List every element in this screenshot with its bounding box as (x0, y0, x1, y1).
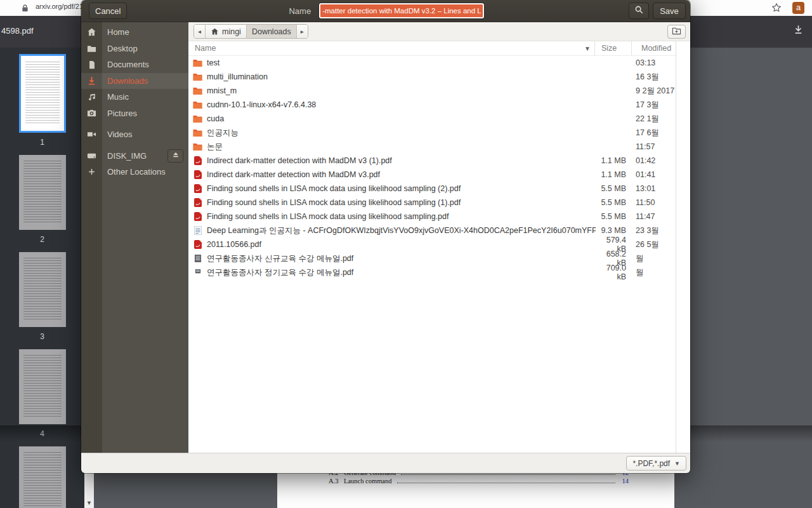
file-row[interactable]: 인공지능17 6월 (188, 126, 676, 140)
file-size: 1.1 MB (596, 170, 626, 179)
sidebar-item-desktop[interactable]: Desktop (81, 41, 188, 57)
sidebar-item-disk-img[interactable]: DISK_IMG (81, 148, 188, 164)
sidebar-item-home[interactable]: Home (81, 24, 188, 41)
home-icon (211, 27, 219, 36)
file-row[interactable]: Finding sound shells in LISA mock data u… (188, 196, 676, 210)
download-icon[interactable] (793, 24, 804, 37)
folder-icon (81, 44, 102, 53)
toc-entry-number: A.3 (329, 478, 344, 485)
column-header-size[interactable]: Size (595, 44, 631, 53)
url-text: arxiv.org/pdf/2107.04 (36, 3, 82, 10)
file-browser-main: ◂ mingi Downloads ▸ (188, 22, 690, 453)
file-size: 5.5 MB (596, 184, 626, 193)
scroll-down-arrow-icon[interactable]: ▼ (84, 498, 94, 508)
file-name: Finding sound shells in LISA mock data u… (207, 212, 596, 221)
save-button[interactable]: Save (653, 3, 686, 19)
column-header-name[interactable]: Name (188, 44, 216, 53)
music-note-icon (81, 93, 102, 102)
folder-icon (193, 115, 202, 123)
pdf-icon (193, 212, 202, 221)
file-type-filter-dropdown[interactable]: *.PDF,*.pdf ▼ (626, 456, 686, 471)
thumbnail-page-number: 3 (19, 327, 66, 349)
text-doc-icon (193, 226, 202, 235)
file-name: cuda (207, 114, 596, 123)
path-back-button[interactable]: ◂ (194, 25, 206, 38)
search-button[interactable] (629, 3, 649, 19)
file-row[interactable]: mnist_m9 2월 2017 (188, 84, 676, 98)
folder-icon (193, 73, 202, 81)
eject-button[interactable] (167, 149, 183, 163)
cancel-button[interactable]: Cancel (89, 3, 127, 19)
thumbnail-page[interactable] (19, 155, 66, 230)
file-row[interactable]: 연구활동종사자 정기교육 수강 메뉴얼.pdf709.0 kB월 (188, 265, 676, 279)
toc-dot-leader (401, 474, 615, 475)
sidebar-item-downloads[interactable]: Downloads (81, 73, 188, 90)
lock-icon[interactable] (22, 3, 29, 15)
thumbnail-page[interactable] (19, 252, 66, 327)
file-row[interactable]: 논문11:57 (188, 140, 676, 154)
file-modified: 11:57 (626, 142, 676, 151)
folder-icon (193, 87, 202, 95)
new-folder-icon (672, 26, 681, 38)
pdf-thumbnail[interactable]: 1 (19, 54, 66, 155)
file-size: 9.3 MB (596, 226, 626, 235)
file-modified: 월 (626, 253, 676, 264)
pdf-thumbnail[interactable]: 5 (19, 446, 66, 508)
path-home-button[interactable]: mingi (206, 25, 247, 38)
new-folder-button[interactable] (667, 25, 686, 39)
bookmark-star-icon[interactable] (771, 3, 782, 15)
file-list: test03:13multi_illumination16 3월mnist_m9… (188, 56, 676, 453)
file-row[interactable]: multi_illumination16 3월 (188, 70, 676, 84)
folder-icon (193, 59, 202, 67)
file-modified: 9 2월 2017 (626, 86, 676, 97)
path-forward-button[interactable]: ▸ (297, 25, 308, 38)
path-current-button[interactable]: Downloads (247, 25, 297, 38)
sidebar-item-music[interactable]: Music (81, 89, 188, 105)
pdf-icon (193, 198, 202, 207)
file-row[interactable]: cudnn-10.1-linux-x64-v7.6.4.3817 3월 (188, 98, 676, 112)
pdf-thumbnail[interactable]: 3 (19, 252, 66, 349)
file-modified: 01:41 (626, 170, 676, 179)
sidebar-item-label: Downloads (107, 76, 148, 86)
thumbnail-page[interactable] (19, 54, 66, 133)
thumbnail-page-number: 1 (19, 133, 66, 155)
file-row[interactable]: Finding sound shells in LISA mock data u… (188, 182, 676, 196)
file-size: 1.1 MB (596, 156, 626, 165)
file-row[interactable]: Finding sound shells in LISA mock data u… (188, 210, 676, 224)
sidebar-item-other-locations[interactable]: Other Locations (81, 164, 188, 180)
document-icon (81, 60, 102, 69)
profile-avatar[interactable]: a (792, 2, 804, 14)
pdf-icon (193, 184, 202, 193)
file-name: 연구활동종사자 신규교육 수강 메뉴얼.pdf (207, 253, 596, 264)
thumbnail-page[interactable] (19, 349, 66, 424)
file-modified: 11:47 (626, 212, 676, 221)
pdf-icon (193, 170, 202, 179)
file-size: 5.5 MB (596, 198, 626, 207)
path-bar: ◂ mingi Downloads ▸ (188, 22, 690, 41)
file-row[interactable]: test03:13 (188, 56, 676, 70)
filename-label: Name (289, 6, 311, 16)
sidebar-item-documents[interactable]: Documents (81, 57, 188, 73)
thumbnail-page[interactable] (19, 446, 66, 508)
pdf-thumbnail[interactable]: 2 (19, 155, 66, 252)
toc-dot-leader (397, 483, 615, 483)
sort-descending-icon[interactable]: ▼ (584, 45, 594, 52)
file-name: Deep Learning과 인공지능 - ACFrOgDfOKWIzbqjtV… (207, 225, 596, 236)
filename-input[interactable] (319, 3, 484, 18)
toc-entry[interactable]: A.3Launch command14 (320, 478, 629, 485)
file-row[interactable]: Indirect dark-matter detection with MadD… (188, 168, 676, 182)
file-name: 논문 (207, 142, 596, 152)
file-modified: 23 3월 (626, 225, 676, 236)
sidebar-item-videos[interactable]: Videos (81, 126, 188, 143)
file-modified: 11:50 (626, 198, 676, 207)
sidebar-item-pictures[interactable]: Pictures (81, 105, 188, 122)
file-row[interactable]: cuda22 1월 (188, 112, 676, 126)
path-home-label: mingi (222, 27, 241, 36)
file-row[interactable]: Indirect dark-matter detection with MadD… (188, 154, 676, 168)
column-header-modified[interactable]: Modified (632, 44, 676, 53)
places-sidebar: HomeDesktopDocumentsDownloadsMusicPictur… (81, 22, 188, 453)
file-name: 연구활동종사자 정기교육 수강 메뉴얼.pdf (207, 267, 596, 278)
sidebar-item-label: DISK_IMG (107, 151, 147, 161)
filter-value: *.PDF,*.pdf (632, 459, 670, 468)
folder-icon (193, 143, 202, 151)
